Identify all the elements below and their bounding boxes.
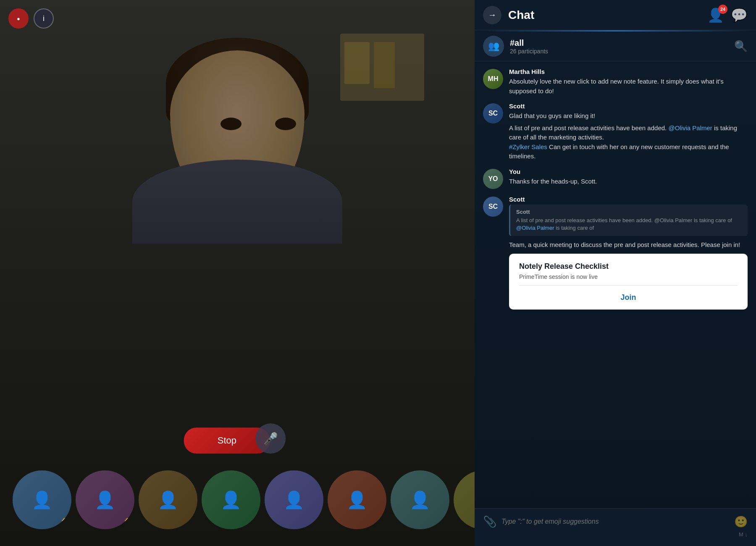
message-text: Thanks for the heads-up, Scott.: [509, 177, 748, 186]
recording-indicator[interactable]: ●: [8, 8, 29, 29]
sender-name: Scott: [509, 102, 748, 110]
video-area: ● i Stop 🎤 👤 ✋ 👤 ✋ 👤 👤 👤 👤: [0, 0, 475, 546]
avatar: SC: [483, 197, 503, 217]
chat-panel: → Chat 👤 24 💬 👥 #all 26 participants 🔍 M…: [475, 0, 756, 546]
info-icon: i: [43, 14, 45, 23]
avatar: YO: [483, 169, 503, 189]
sender-name: Martha Hills: [509, 68, 748, 75]
thumbnail-bg: 👤: [328, 470, 386, 529]
channel-search-icon[interactable]: 🔍: [734, 40, 748, 53]
meeting-card: Notely Release Checklist PrimeTime sessi…: [509, 254, 748, 310]
reply-suffix: is taking care of: [556, 225, 594, 231]
hand-raise-icon: ✋: [122, 517, 134, 528]
meeting-card-subtitle: PrimeTime session is now live: [519, 273, 738, 280]
table-row: YO You Thanks for the heads-up, Scott.: [483, 168, 748, 189]
table-row: SC Scott Glad that you guys are liking i…: [483, 102, 748, 161]
avatar: SC: [483, 103, 503, 123]
message-text: Glad that you guys are liking it!: [509, 111, 748, 121]
msg-prefix: A list of pre and post release activitie…: [509, 124, 668, 131]
top-left-controls: ● i: [8, 8, 54, 29]
sender-name: Scott: [509, 196, 748, 203]
info-button[interactable]: i: [34, 8, 54, 29]
reply-author: Scott: [516, 209, 742, 215]
message-text: Team, a quick meeting to discuss the pre…: [509, 240, 748, 250]
list-item[interactable]: 👤: [265, 470, 323, 529]
list-item[interactable]: 👤: [391, 470, 449, 529]
hand-raise-icon: ✋: [59, 517, 71, 528]
back-button[interactable]: →: [483, 6, 501, 24]
emoji-icon[interactable]: 🙂: [734, 515, 748, 528]
avatar: MH: [483, 69, 503, 89]
table-row: MH Martha Hills Absolutely love the new …: [483, 68, 748, 96]
participants-badge: 24: [718, 5, 727, 14]
list-item[interactable]: 👤 ✋: [13, 470, 71, 529]
input-row: 📎 🙂: [483, 514, 748, 529]
thumbnail-bg: 👤: [391, 470, 449, 529]
attach-icon[interactable]: 📎: [483, 515, 496, 528]
message-content: You Thanks for the heads-up, Scott.: [509, 168, 748, 186]
list-item[interactable]: 👤: [454, 470, 475, 529]
channel-info: #all 26 participants: [510, 38, 734, 55]
messages-area: MH Martha Hills Absolutely love the new …: [475, 61, 756, 508]
arrow-icon: →: [488, 10, 496, 20]
list-item[interactable]: 👤 ✋: [76, 470, 134, 529]
channel-name[interactable]: #all: [510, 38, 734, 48]
channel-bar: 👥 #all 26 participants 🔍: [475, 32, 756, 61]
participant-strip: 👤 ✋ 👤 ✋ 👤 👤 👤 👤 👤 👤 👤: [0, 470, 475, 529]
list-item[interactable]: 👤: [328, 470, 386, 529]
message-content: Martha Hills Absolutely love the new cli…: [509, 68, 748, 96]
video-overlay: [0, 0, 475, 546]
message-text: Absolutely love the new click to add new…: [509, 77, 748, 96]
table-row: SC Scott Scott A list of pre and post re…: [483, 196, 748, 310]
message-content: Scott Glad that you guys are liking it! …: [509, 102, 748, 161]
join-button[interactable]: Join: [509, 286, 748, 310]
chat-header: → Chat 👤 24 💬: [475, 0, 756, 30]
thumbnail-bg: 👤: [202, 470, 260, 529]
mic-button[interactable]: 🎤: [255, 423, 286, 454]
mention-zylker: #Zylker Sales: [509, 143, 547, 150]
participants-button[interactable]: 👤 24: [707, 7, 724, 23]
message-text-2: A list of pre and post release activitie…: [509, 123, 748, 161]
header-icons: 👤 24 💬: [707, 7, 748, 23]
channel-participants-count: 26 participants: [510, 48, 734, 55]
chat-bubble-icon[interactable]: 💬: [731, 7, 748, 23]
sender-name: You: [509, 168, 748, 175]
thumbnail-bg: 👤: [139, 470, 197, 529]
list-item[interactable]: 👤: [139, 470, 197, 529]
message-input[interactable]: [501, 514, 729, 529]
group-icon: 👥: [488, 41, 499, 52]
thumbnail-bg: 👤: [454, 470, 475, 529]
reply-mention: @Olivia Palmer: [516, 225, 554, 231]
reply-text: A list of pre and post release activitie…: [516, 217, 742, 232]
channel-avatar: 👥: [483, 36, 504, 57]
input-hint: M ↓: [483, 531, 748, 538]
reply-quote-block: Scott A list of pre and post release act…: [509, 205, 748, 236]
join-label: Join: [620, 293, 636, 302]
recording-dot: ●: [17, 16, 20, 22]
thumbnail-bg: 👤: [265, 470, 323, 529]
meeting-card-header: Notely Release Checklist PrimeTime sessi…: [509, 254, 748, 285]
meeting-card-title: Notely Release Checklist: [519, 262, 738, 271]
mention-olivia: @Olivia Palmer: [668, 124, 712, 131]
message-content: Scott Scott A list of pre and post relea…: [509, 196, 748, 310]
chat-title: Chat: [508, 8, 707, 22]
input-area: 📎 🙂 M ↓: [475, 508, 756, 546]
message-line1: Glad that you guys are liking it!: [509, 112, 595, 119]
mic-icon: 🎤: [263, 432, 278, 446]
list-item[interactable]: 👤: [202, 470, 260, 529]
